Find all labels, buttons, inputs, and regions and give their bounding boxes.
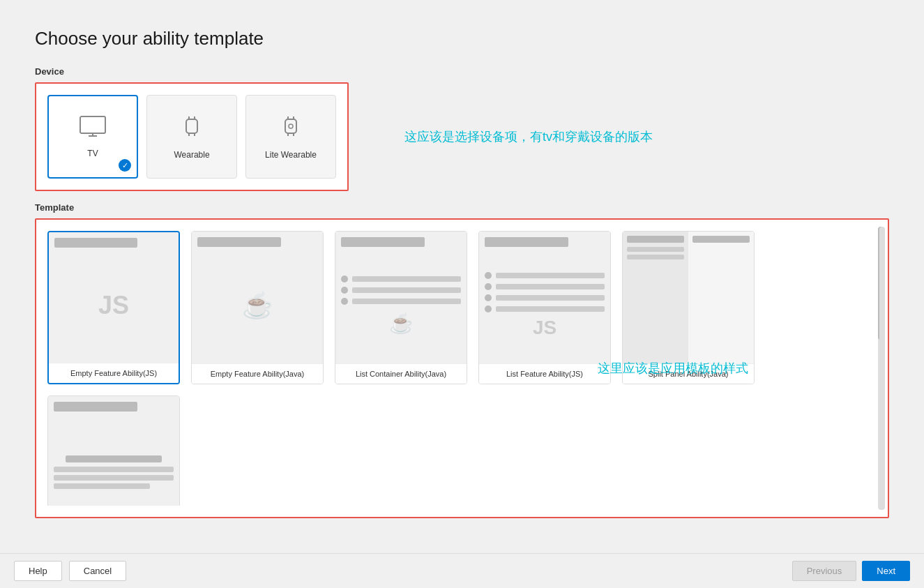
svg-point-9 (289, 124, 293, 128)
template-card-empty-js[interactable]: JS Empty Feature Ability(JS) (47, 231, 180, 384)
template-name-empty-java: Empty Feature Ability(Java) (192, 363, 323, 384)
preview-dot-text-2 (352, 287, 461, 293)
lite-wearable-icon (281, 114, 301, 144)
cancel-button[interactable]: Cancel (69, 561, 126, 581)
js-logo-icon: JS (98, 291, 129, 320)
preview-header-6 (54, 402, 137, 412)
preview-dot-3 (341, 298, 348, 305)
svg-rect-8 (285, 119, 296, 133)
wearable-label: Wearable (174, 150, 209, 160)
coffee-icon-2: ☕ (389, 312, 414, 334)
preview-line-1 (66, 455, 162, 462)
preview-header (54, 238, 137, 248)
preview-body: JS (54, 253, 173, 357)
preview-body-6 (54, 417, 174, 506)
help-button[interactable]: Help (14, 561, 62, 581)
preview-header-3 (341, 237, 425, 247)
preview-dot-line-1 (341, 276, 461, 282)
template-section-label: Template (35, 202, 889, 213)
scrollbar-thumb[interactable] (878, 227, 884, 340)
scrollbar-track[interactable] (878, 227, 884, 510)
device-card-lite-wearable[interactable]: Lite Wearable (245, 95, 336, 179)
preview-dot-line-2 (341, 287, 461, 294)
next-button[interactable]: Next (862, 561, 910, 581)
preview-dot-4 (485, 272, 492, 279)
preview-body-2: ☕ (197, 252, 317, 358)
wearable-icon (182, 114, 202, 144)
template-card-list-container-java[interactable]: ☕ List Container Ability(Java) (335, 231, 467, 384)
template-preview-list-feature: JS (479, 232, 610, 363)
template-card-list-feature-js[interactable]: JS List Feature Ability(JS) (478, 231, 611, 384)
tv-check: ✓ (119, 159, 131, 172)
svg-rect-3 (186, 119, 197, 133)
svg-rect-0 (80, 116, 105, 133)
template-name-empty-js: Empty Feature Ability(JS) (49, 363, 179, 383)
template-card-extra[interactable] (47, 395, 180, 506)
js-logo-icon-2: JS (533, 317, 556, 338)
device-card-wearable[interactable]: Wearable (146, 95, 237, 179)
footer-right: Previous Next (792, 561, 910, 581)
preview-dot-7 (485, 306, 492, 312)
template-grid: JS Empty Feature Ability(JS) ☕ Empty Fea… (47, 231, 877, 506)
preview-dot-text-7 (496, 306, 605, 312)
device-card-tv[interactable]: TV ✓ (47, 95, 138, 179)
template-preview-list-container: ☕ (335, 232, 467, 363)
template-preview-empty-java: ☕ (192, 232, 323, 363)
tv-label: TV (87, 149, 98, 158)
previous-button[interactable]: Previous (792, 561, 857, 581)
tv-icon (79, 115, 107, 143)
template-name-list-feature: List Feature Ability(JS) (479, 363, 610, 384)
template-name-split-panel: Split Panel Ability(Java) (623, 363, 754, 384)
preview-dot-1 (341, 276, 348, 282)
template-preview-split-panel (623, 232, 754, 363)
preview-body-3: ☕ (341, 252, 461, 358)
template-preview-empty-js: JS (49, 232, 179, 363)
preview-dot-2 (341, 287, 348, 294)
footer-left: Help Cancel (14, 561, 126, 581)
preview-dot-line-5 (485, 283, 605, 290)
preview-header-4 (485, 237, 568, 247)
template-name-list-container: List Container Ability(Java) (335, 363, 467, 384)
preview-body-4: JS (485, 252, 605, 358)
preview-line-4 (54, 483, 150, 489)
template-preview-extra (48, 396, 179, 506)
preview-line-3 (54, 475, 174, 481)
preview-dot-line-7 (485, 306, 605, 312)
device-section-label: Device (35, 66, 889, 77)
lite-wearable-label: Lite Wearable (265, 150, 317, 160)
device-hint: 这应该是选择设备项，有tv和穿戴设备的版本 (404, 128, 653, 145)
preview-dot-text-5 (496, 284, 605, 289)
template-card-empty-java[interactable]: ☕ Empty Feature Ability(Java) (191, 231, 324, 384)
preview-dot-line-6 (485, 294, 605, 301)
preview-dot-text-1 (352, 276, 461, 282)
footer: Help Cancel Previous Next (0, 553, 924, 588)
template-section: Template JS Empty Feature Ability(JS) (35, 202, 889, 518)
preview-dot-5 (485, 283, 492, 290)
preview-dot-6 (485, 294, 492, 301)
page-title: Choose your ability template (35, 28, 889, 50)
preview-dot-text-4 (496, 273, 605, 278)
coffee-icon: ☕ (242, 291, 273, 320)
preview-dot-text-3 (352, 299, 461, 304)
preview-line-2 (54, 467, 174, 472)
device-outer-box: TV ✓ Wearable (35, 82, 349, 191)
preview-lines (54, 455, 174, 493)
preview-dot-line-4 (485, 272, 605, 279)
preview-dot-text-6 (496, 295, 605, 301)
template-card-split-panel[interactable]: Split Panel Ability(Java) (622, 231, 755, 384)
preview-header-2 (197, 237, 281, 247)
preview-dot-line-3 (341, 298, 461, 305)
device-section: Device TV ✓ (35, 66, 889, 191)
template-outer-box: JS Empty Feature Ability(JS) ☕ Empty Fea… (35, 218, 889, 518)
